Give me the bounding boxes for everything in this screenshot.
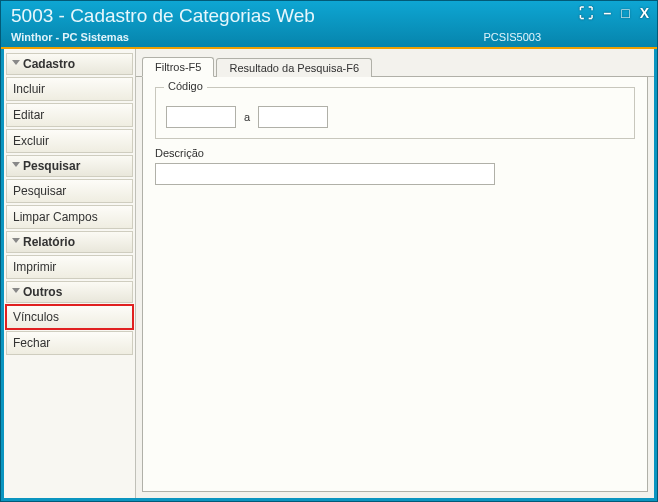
close-icon[interactable]: X bbox=[640, 5, 649, 21]
app-window: 5003 - Cadastro de Categorias Web Wintho… bbox=[0, 0, 658, 502]
descricao-input[interactable] bbox=[155, 163, 495, 185]
chevron-down-icon bbox=[11, 238, 20, 247]
maximize-icon[interactable]: □ bbox=[621, 5, 629, 21]
codigo-to-input[interactable] bbox=[258, 106, 328, 128]
group-label: Relatório bbox=[23, 235, 75, 249]
minimize-icon[interactable]: – bbox=[603, 5, 611, 21]
chevron-down-icon bbox=[11, 288, 20, 297]
chevron-down-icon bbox=[11, 60, 20, 69]
main-area: Filtros-F5 Resultado da Pesquisa-F6 Códi… bbox=[136, 49, 654, 498]
sidebar-item-excluir[interactable]: Excluir bbox=[6, 129, 133, 153]
group-header-outros[interactable]: Outros bbox=[6, 281, 133, 303]
status-code: PCSIS5003 bbox=[484, 31, 541, 43]
sidebar-item-pesquisar[interactable]: Pesquisar bbox=[6, 179, 133, 203]
group-label: Pesquisar bbox=[23, 159, 80, 173]
codigo-fieldset: Código a bbox=[155, 87, 635, 139]
group-header-relatorio[interactable]: Relatório bbox=[6, 231, 133, 253]
client-area: Cadastro Incluir Editar Excluir Pesquisa… bbox=[1, 49, 657, 501]
sidebar-item-vinculos[interactable]: Vínculos bbox=[6, 305, 133, 329]
sidebar-item-fechar[interactable]: Fechar bbox=[6, 331, 133, 355]
tab-filtros[interactable]: Filtros-F5 bbox=[142, 57, 214, 77]
sidebar: Cadastro Incluir Editar Excluir Pesquisa… bbox=[4, 49, 136, 498]
window-controls: ⛶ – □ X bbox=[579, 5, 649, 21]
group-label: Outros bbox=[23, 285, 62, 299]
descricao-label: Descrição bbox=[155, 147, 635, 159]
sidebar-item-editar[interactable]: Editar bbox=[6, 103, 133, 127]
codigo-from-input[interactable] bbox=[166, 106, 236, 128]
group-header-cadastro[interactable]: Cadastro bbox=[6, 53, 133, 75]
window-subtitle: Winthor - PC Sistemas bbox=[11, 30, 647, 44]
codigo-to-label: a bbox=[242, 111, 252, 123]
tab-bar: Filtros-F5 Resultado da Pesquisa-F6 bbox=[136, 53, 654, 77]
filters-panel: Código a Descrição bbox=[142, 77, 648, 492]
window-title: 5003 - Cadastro de Categorias Web bbox=[11, 4, 647, 28]
codigo-label: Código bbox=[164, 80, 207, 92]
titlebar: 5003 - Cadastro de Categorias Web Wintho… bbox=[1, 1, 657, 49]
codigo-row: a bbox=[166, 106, 624, 128]
group-header-pesquisar[interactable]: Pesquisar bbox=[6, 155, 133, 177]
sidebar-item-incluir[interactable]: Incluir bbox=[6, 77, 133, 101]
tab-resultado[interactable]: Resultado da Pesquisa-F6 bbox=[216, 58, 372, 77]
sidebar-item-imprimir[interactable]: Imprimir bbox=[6, 255, 133, 279]
expand-icon[interactable]: ⛶ bbox=[579, 5, 593, 21]
chevron-down-icon bbox=[11, 162, 20, 171]
sidebar-item-limpar-campos[interactable]: Limpar Campos bbox=[6, 205, 133, 229]
group-label: Cadastro bbox=[23, 57, 75, 71]
